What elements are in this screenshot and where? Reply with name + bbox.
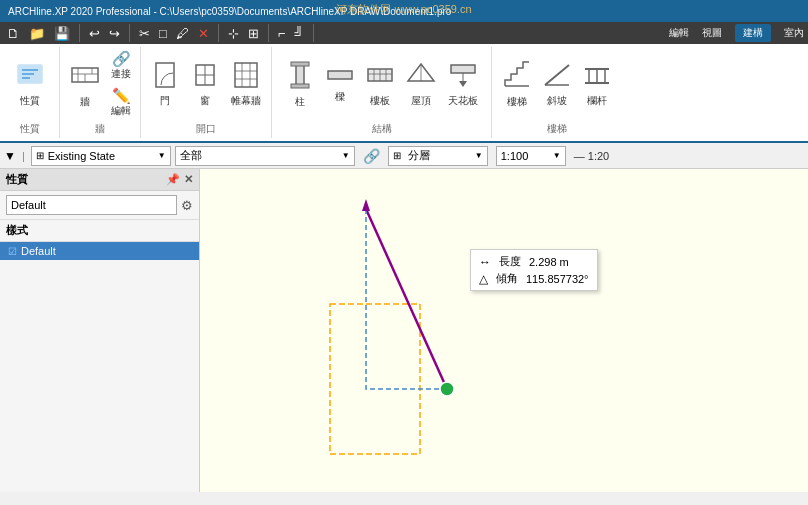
door-icon xyxy=(153,61,177,92)
state-grid-icon: ⊞ xyxy=(36,150,44,161)
svg-rect-9 xyxy=(156,63,174,87)
ramp-btn[interactable]: 斜坡 xyxy=(539,59,575,110)
curtain-wall-btn[interactable]: 帷幕牆 xyxy=(227,59,265,110)
beam-label: 樑 xyxy=(335,90,345,104)
ceiling-btn[interactable]: 天花板 xyxy=(444,59,482,110)
toolbar-extra2[interactable]: ╝ xyxy=(291,25,306,42)
roof-btn[interactable]: 屋頂 xyxy=(402,59,440,110)
floor-label: 樓板 xyxy=(370,94,390,108)
wall-btn[interactable]: 牆 xyxy=(66,58,104,111)
property-section-label: 性質 xyxy=(20,120,40,136)
column-label: 柱 xyxy=(295,95,305,109)
style-item-default[interactable]: ☑ Default xyxy=(0,242,199,260)
panel-pin-btn[interactable]: 📌 xyxy=(166,173,180,186)
view-tab-qa[interactable]: 視圖 xyxy=(702,26,722,40)
ribbon-section-opening: 門 窗 xyxy=(141,47,272,138)
grid-btn[interactable]: ⊞ xyxy=(245,25,262,42)
panel-controls: 📌 ✕ xyxy=(166,173,193,186)
redo-btn[interactable]: ↪ xyxy=(106,25,123,42)
state-label: Existing State xyxy=(48,150,115,162)
style-check-icon: ☑ xyxy=(8,246,17,257)
canvas-area[interactable]: ↔ 長度 2.298 m △ 傾角 115.857732° xyxy=(200,169,808,492)
wall-section-label: 牆 xyxy=(95,120,105,136)
snap-btn[interactable]: ⊹ xyxy=(225,25,242,42)
build-tab-qa[interactable]: 建構 xyxy=(735,24,771,42)
roof-icon xyxy=(406,61,436,92)
svg-line-33 xyxy=(545,65,569,85)
title-text: ARCHline.XP 2020 Professional - C:\Users… xyxy=(8,6,451,17)
title-bar: ARCHline.XP 2020 Professional - C:\Users… xyxy=(0,0,808,22)
edit-tab[interactable]: 編輯 xyxy=(669,26,689,40)
scale-arrow: ▼ xyxy=(553,151,561,160)
interior-tab-qa[interactable]: 室內 xyxy=(784,26,804,40)
ribbon-structure-items: 柱 樑 xyxy=(282,49,482,120)
ribbon: 性質 性質 牆 xyxy=(0,44,808,143)
beam-icon xyxy=(326,65,354,88)
link-icon[interactable]: 🔗 xyxy=(363,148,380,164)
connect-icon: 🔗 xyxy=(112,51,131,66)
paint-btn[interactable]: 🖊 xyxy=(173,25,192,42)
view-icon[interactable]: ▼ xyxy=(4,149,16,163)
save-btn[interactable]: 💾 xyxy=(51,25,73,42)
stairs-section-label: 樓梯 xyxy=(547,120,567,136)
panel-default-text: Default xyxy=(11,199,46,211)
quick-access-toolbar: 🗋 📁 💾 ↩ ↪ ✂ □ 🖊 ✕ ⊹ ⊞ ⌐ ╝ 編輯 視圖 建構 室內 xyxy=(0,22,808,44)
layer-dropdown[interactable]: ⊞ 分層 ▼ xyxy=(388,146,488,166)
view-all-arrow: ▼ xyxy=(342,151,350,160)
panel-close-btn[interactable]: ✕ xyxy=(184,173,193,186)
endpoint-circle xyxy=(440,382,454,396)
connect-label: 連接 xyxy=(111,67,131,81)
main-layout: 性質 📌 ✕ Default ⚙ 樣式 ☑ Default xyxy=(0,169,808,492)
railing-label: 欄杆 xyxy=(587,94,607,108)
panel-default-row: Default ⚙ xyxy=(0,191,199,220)
delete-btn[interactable]: ✕ xyxy=(195,25,212,42)
structure-section-label: 結構 xyxy=(372,120,392,136)
railing-btn[interactable]: 欄杆 xyxy=(579,59,615,110)
svg-rect-13 xyxy=(235,63,257,87)
wall-line xyxy=(366,209,447,389)
scale-dropdown[interactable]: 1:100 ▼ xyxy=(496,146,566,166)
cut-btn[interactable]: ✂ xyxy=(136,25,153,42)
state-bar: ▼ | ⊞ Existing State ▼ 全部 ▼ 🔗 ⊞ 分層 ▼ 1:1… xyxy=(0,143,808,169)
ramp-icon xyxy=(543,61,571,92)
floor-btn[interactable]: 樓板 xyxy=(362,59,398,110)
styles-list: ☑ Default xyxy=(0,242,199,492)
state-dropdown[interactable]: ⊞ Existing State ▼ xyxy=(31,146,171,166)
property-label: 性質 xyxy=(20,94,40,108)
panel-gear-btn[interactable]: ⚙ xyxy=(181,198,193,213)
curtain-wall-icon xyxy=(233,61,259,92)
ribbon-section-stairs: 樓梯 斜坡 xyxy=(492,47,622,138)
ribbon-property-items: 性質 xyxy=(12,49,48,120)
beam-btn[interactable]: 樑 xyxy=(322,63,358,106)
window-btn[interactable]: 窗 xyxy=(187,59,223,110)
column-btn[interactable]: 柱 xyxy=(282,58,318,111)
stair-icon xyxy=(503,60,531,93)
new-btn[interactable]: 🗋 xyxy=(4,25,23,42)
svg-rect-18 xyxy=(296,64,304,86)
ceiling-label: 天花板 xyxy=(448,94,478,108)
svg-rect-19 xyxy=(291,62,309,66)
panel-default-input[interactable]: Default xyxy=(6,195,177,215)
ramp-label: 斜坡 xyxy=(547,94,567,108)
connect-btn[interactable]: 🔗 連接 xyxy=(108,49,134,83)
svg-rect-21 xyxy=(328,71,352,79)
open-btn[interactable]: 📁 xyxy=(26,25,48,42)
edit-wall-label: 編輯 xyxy=(111,104,131,118)
copy-btn[interactable]: □ xyxy=(156,25,170,42)
property-btn[interactable]: 性質 xyxy=(12,59,48,110)
undo-btn[interactable]: ↩ xyxy=(86,25,103,42)
view-all-label: 全部 xyxy=(180,148,202,163)
panel-title: 性質 xyxy=(6,172,28,187)
ribbon-stairs-items: 樓梯 斜坡 xyxy=(499,49,615,120)
state-dropdown-arrow: ▼ xyxy=(158,151,166,160)
edit-wall-btn[interactable]: ✏️ 編輯 xyxy=(108,86,134,120)
stair-btn[interactable]: 樓梯 xyxy=(499,58,535,111)
toolbar-extra1[interactable]: ⌐ xyxy=(275,25,289,42)
view-all-dropdown[interactable]: 全部 ▼ xyxy=(175,146,355,166)
wall-icon xyxy=(70,60,100,93)
layer-grid-icon: ⊞ xyxy=(393,150,401,161)
ribbon-opening-items: 門 窗 xyxy=(147,49,265,120)
opening-section-label: 開口 xyxy=(196,120,216,136)
svg-marker-31 xyxy=(459,81,467,87)
door-btn[interactable]: 門 xyxy=(147,59,183,110)
